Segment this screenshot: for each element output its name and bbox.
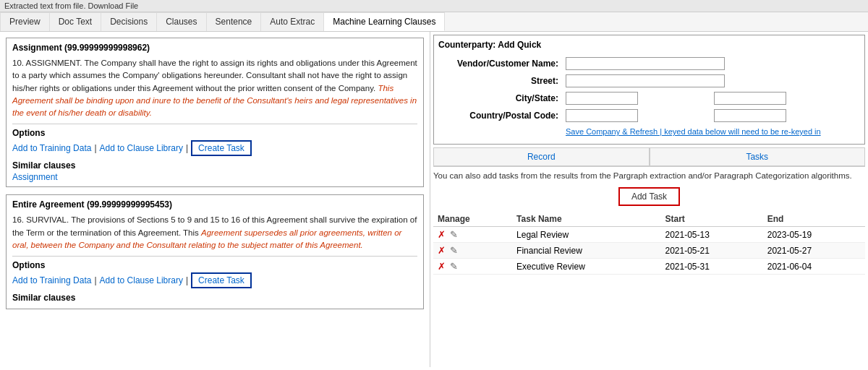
country-label: Country/Postal Code:	[440, 108, 561, 124]
manage-cell-1: ✗ ✎	[433, 243, 512, 259]
options-section-0: Options Add to Training Data | Add to Cl…	[12, 124, 417, 182]
tab-decisions[interactable]: Decisions	[101, 12, 157, 31]
col-end: End	[763, 212, 865, 227]
tab-preview[interactable]: Preview	[0, 12, 50, 31]
add-clause-library-link-1[interactable]: Add to Clause Library	[100, 275, 183, 285]
tab-sentence[interactable]: Sentence	[207, 12, 262, 31]
clause-title-entire: Entire Agreement (99.99999999995453)	[12, 199, 417, 210]
manage-cell-2: ✗ ✎	[433, 259, 512, 275]
tab-ml-clauses[interactable]: Machine Learning Clauses	[324, 12, 445, 31]
clause-block-entire-agreement: Entire Agreement (99.99999999995453) 16.…	[6, 194, 424, 309]
left-panel: Assignment (99.99999999998962) 10. ASSIG…	[0, 32, 430, 367]
task-name-cell-1: Financial Review	[512, 243, 660, 259]
clause-text-entire: 16. SURVIVAL. The provisions of Sections…	[12, 214, 417, 251]
vendor-input[interactable]	[566, 57, 725, 70]
task-start-cell-2: 2021-05-31	[660, 259, 762, 275]
tasks-info-text: You can also add tasks from the results …	[433, 170, 865, 181]
right-panel: Counterparty: Add Quick Vendor/Customer …	[430, 32, 868, 367]
col-manage: Manage	[433, 212, 512, 227]
tasks-content: You can also add tasks from the results …	[433, 170, 865, 364]
col-task-name: Task Name	[512, 212, 660, 227]
task-name-cell-0: Legal Review	[512, 227, 660, 243]
city-input[interactable]	[566, 92, 638, 105]
clause-text-assignment: 10. ASSIGNMENT. The Company shall have t…	[12, 57, 417, 119]
tab-doctext[interactable]: Doc Text	[50, 12, 101, 31]
table-row: ✗ ✎ Legal Review 2021-05-13 2023-05-19	[433, 227, 865, 243]
vendor-label: Vendor/Customer Name:	[440, 56, 561, 72]
postal-input[interactable]	[714, 109, 786, 122]
options-label-0: Options	[12, 128, 417, 138]
add-task-button-wrap: Add Task	[433, 187, 865, 206]
delete-icon-1[interactable]: ✗	[438, 245, 446, 256]
task-start-cell-0: 2021-05-13	[660, 227, 762, 243]
options-section-1: Options Add to Training Data | Add to Cl…	[12, 256, 417, 303]
col-start: Start	[660, 212, 762, 227]
edit-icon-2[interactable]: ✎	[450, 261, 458, 272]
similar-label-1: Similar clauses	[12, 293, 417, 303]
options-links-1: Add to Training Data | Add to Clause Lib…	[12, 272, 417, 288]
delete-icon-0[interactable]: ✗	[438, 229, 446, 240]
top-bar: Extracted text from file. Download File	[0, 0, 868, 12]
task-end-cell-1: 2021-05-27	[763, 243, 865, 259]
create-task-button-1[interactable]: Create Task	[191, 272, 252, 288]
edit-icon-1[interactable]: ✎	[450, 245, 458, 256]
record-tasks-tabs: Record Tasks	[433, 147, 865, 167]
options-links-0: Add to Training Data | Add to Clause Lib…	[12, 140, 417, 156]
similar-link-0[interactable]: Assignment	[12, 172, 58, 182]
tab-clauses[interactable]: Clauses	[157, 12, 206, 31]
main-layout: Assignment (99.99999999998962) 10. ASSIG…	[0, 32, 868, 367]
table-row: ✗ ✎ Executive Review 2021-05-31 2021-06-…	[433, 259, 865, 275]
counterparty-title: Counterparty: Add Quick	[438, 40, 860, 50]
counterparty-form: Vendor/Customer Name: Street: City/State…	[438, 54, 860, 139]
state-input[interactable]	[714, 92, 786, 105]
add-clause-library-link-0[interactable]: Add to Clause Library	[100, 143, 183, 153]
delete-icon-2[interactable]: ✗	[438, 261, 446, 272]
city-label: City/State:	[440, 90, 561, 106]
tasks-table: Manage Task Name Start End ✗ ✎ Legal Rev…	[433, 212, 865, 275]
add-training-data-link-1[interactable]: Add to Training Data	[12, 275, 91, 285]
street-label: Street:	[440, 73, 561, 89]
task-end-cell-2: 2021-06-04	[763, 259, 865, 275]
task-end-cell-0: 2023-05-19	[763, 227, 865, 243]
task-start-cell-1: 2021-05-21	[660, 243, 762, 259]
tab-record[interactable]: Record	[433, 147, 650, 166]
clause-text-before-0: 10. ASSIGNMENT. The Company shall have t…	[12, 59, 417, 92]
top-bar-text: Extracted text from file. Download File	[4, 1, 138, 10]
clause-title-assignment: Assignment (99.99999999998962)	[12, 43, 417, 53]
country-input[interactable]	[566, 109, 638, 122]
tab-autoextrac[interactable]: Auto Extrac	[261, 12, 324, 31]
save-company-link[interactable]: Save Company & Refresh | keyed data belo…	[566, 127, 821, 136]
table-row: ✗ ✎ Financial Review 2021-05-21 2021-05-…	[433, 243, 865, 259]
add-training-data-link-0[interactable]: Add to Training Data	[12, 143, 91, 153]
clause-block-assignment: Assignment (99.99999999998962) 10. ASSIG…	[6, 38, 424, 187]
add-task-button[interactable]: Add Task	[618, 187, 680, 206]
tabs-bar: Preview Doc Text Decisions Clauses Sente…	[0, 12, 868, 32]
similar-label-0: Similar clauses	[12, 160, 417, 171]
counterparty-section: Counterparty: Add Quick Vendor/Customer …	[433, 35, 865, 145]
tab-tasks[interactable]: Tasks	[650, 147, 866, 166]
create-task-button-0[interactable]: Create Task	[191, 140, 252, 156]
edit-icon-0[interactable]: ✎	[450, 229, 458, 240]
task-name-cell-2: Executive Review	[512, 259, 660, 275]
street-input[interactable]	[566, 74, 725, 87]
manage-cell-0: ✗ ✎	[433, 227, 512, 243]
options-label-1: Options	[12, 260, 417, 270]
